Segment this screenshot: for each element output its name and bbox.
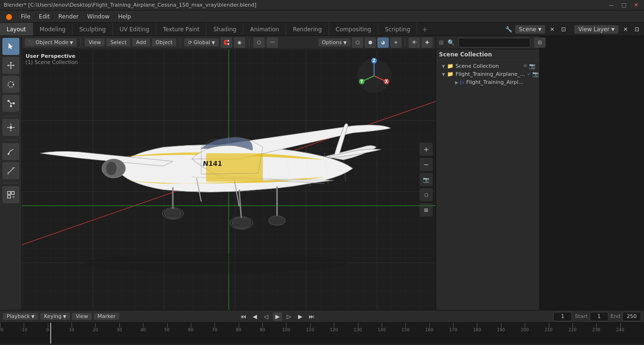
viewport-canvas[interactable]: N141 User Perspective (1) Scene Collecti… <box>22 49 436 310</box>
menu-file[interactable]: File <box>17 12 34 21</box>
outliner-search-input[interactable] <box>458 38 530 47</box>
maximize-button[interactable]: □ <box>619 2 628 8</box>
menu-render[interactable]: Render <box>54 12 82 21</box>
start-frame-field[interactable]: 1 <box>590 312 608 321</box>
menu-edit[interactable]: Edit <box>35 12 54 21</box>
view-layer-add-button[interactable]: ✕ <box>621 25 630 34</box>
end-frame-field[interactable]: 250 <box>622 312 641 321</box>
ruler-tick <box>382 323 382 327</box>
viewport-shading-solid[interactable]: ⬢ <box>365 37 376 48</box>
outliner-flight-collection[interactable]: ▼ 📁 Flight_Training_Airplane_... ✓ 📷 <box>438 70 537 78</box>
viewport-gizmo[interactable]: ✚ <box>421 37 433 48</box>
view-menu-button[interactable]: View <box>85 38 105 46</box>
jump-start-button[interactable]: ⏮ <box>239 312 248 321</box>
scale-tool[interactable] <box>2 95 19 112</box>
svg-point-19 <box>8 153 9 155</box>
tab-uv-editing[interactable]: UV Editing <box>113 23 156 36</box>
outliner-aircraft-object[interactable]: ▶ ▷ Flight_Training_Airpl... <box>438 78 537 86</box>
object-mode-button[interactable]: ⬛ Object Mode ▼ <box>25 38 77 46</box>
tab-scripting[interactable]: Scripting <box>378 23 417 36</box>
play-button[interactable]: ▶ <box>273 312 282 321</box>
toggle-local-view[interactable]: ⊞ <box>420 203 433 217</box>
jump-end-button[interactable]: ⏭ <box>307 312 316 321</box>
axis-gizmo[interactable]: Z X Y <box>355 57 393 95</box>
zoom-in-button[interactable]: + <box>420 143 433 156</box>
view-layer-selector[interactable]: View Layer ▼ <box>574 25 618 34</box>
current-frame-field[interactable]: 1 <box>553 312 572 321</box>
end-label: End <box>610 313 620 319</box>
tab-sculpting[interactable]: Sculpting <box>72 23 113 36</box>
playback-label: Playback <box>7 313 30 319</box>
viewport-shading-wire[interactable]: ⬡ <box>352 37 363 48</box>
tab-layout[interactable]: Layout <box>0 23 33 36</box>
playhead <box>50 323 51 344</box>
select-menu-button[interactable]: Select <box>107 38 130 46</box>
playback-button[interactable]: Playback ▼ <box>3 313 38 320</box>
transform-tool[interactable] <box>2 119 19 136</box>
scene-add-button[interactable]: ✕ <box>548 25 556 34</box>
viewport-shading-mat[interactable]: ◕ <box>377 37 389 48</box>
marker-label: Marker <box>98 313 116 319</box>
outliner-scene-collection[interactable]: ▼ 📁 Scene Collection 👁 📷 <box>438 62 537 70</box>
local-view-toggle[interactable]: ⬡ <box>253 37 265 48</box>
marker-button[interactable]: Marker <box>94 313 119 320</box>
right-panels: ⊞ 🔍 ⊟ Scene Collection ▼ 📁 Scene Collect… <box>436 36 644 310</box>
object-menu-button[interactable]: Object <box>152 38 177 46</box>
tab-texture-paint[interactable]: Texture Paint <box>156 23 206 36</box>
blender-logo[interactable]: ● <box>2 12 16 21</box>
view-label: View <box>89 39 101 45</box>
prev-keyframe-button[interactable]: ◁ <box>261 312 271 321</box>
annotate-tool[interactable] <box>2 143 19 160</box>
toggle-perspective-button[interactable]: ⬡ <box>420 188 433 201</box>
move-tool[interactable] <box>2 57 19 74</box>
outliner-filter-btn[interactable]: ⊟ <box>534 37 546 48</box>
timeline-ruler[interactable]: -20-100102030405060708090100110120130140… <box>0 323 644 344</box>
tab-animation[interactable]: Animation <box>243 23 286 36</box>
timeline-area: Playback ▼ Keying ▼ View Marker ⏮ ◀ ◁ ▶ … <box>0 310 644 343</box>
scene-selector[interactable]: Scene ▼ <box>515 25 546 34</box>
flight-render-icon[interactable]: 📷 <box>532 71 539 77</box>
add-menu-button[interactable]: Add <box>132 38 150 46</box>
scene-settings-button[interactable]: ⊡ <box>559 25 568 34</box>
render-icon[interactable]: 📷 <box>529 63 536 69</box>
minimize-button[interactable]: — <box>607 2 616 8</box>
view-button[interactable]: View <box>72 313 92 320</box>
measure-tool[interactable] <box>2 162 19 179</box>
view-layer-dropdown-arrow: ▼ <box>611 27 615 32</box>
keying-button[interactable]: Keying ▼ <box>40 313 70 320</box>
viewport-shading-render[interactable]: ☀ <box>390 37 402 48</box>
menu-window[interactable]: Window <box>83 12 113 21</box>
options-button[interactable]: Options ▼ <box>318 38 350 46</box>
add-workspace-button[interactable]: + <box>417 24 432 35</box>
proportional-editing[interactable]: ◉ <box>234 37 245 48</box>
menu-help[interactable]: Help <box>114 12 134 21</box>
tab-modeling[interactable]: Modeling <box>33 23 73 36</box>
visibility-icon[interactable]: 👁 <box>523 63 528 69</box>
flight-visibility-icon[interactable]: ✓ <box>527 71 531 77</box>
camera-view-button[interactable]: 📷 <box>420 173 433 186</box>
snap-toggle[interactable]: 🧲 <box>221 37 232 48</box>
view-layer-settings-button[interactable]: ⊡ <box>633 25 641 34</box>
add-tool[interactable]: + <box>2 186 19 203</box>
cursor-tool[interactable] <box>2 38 19 55</box>
viewport-overlay[interactable]: 👁 <box>409 37 420 48</box>
svg-rect-11 <box>13 102 15 104</box>
next-keyframe-button[interactable]: ▷ <box>284 312 294 321</box>
ruler-tick <box>191 323 191 327</box>
outliner-content: ▼ 📁 Scene Collection 👁 📷 ▼ 📁 Flight_Trai… <box>436 60 539 310</box>
zoom-out-button[interactable]: − <box>420 158 433 171</box>
flight-expand-icon: ▼ <box>442 72 445 77</box>
transform-space-button[interactable]: ⟳ Global ▼ <box>184 38 218 46</box>
options-label: Options <box>322 39 342 45</box>
tab-compositing[interactable]: Compositing <box>329 23 378 36</box>
next-frame-button[interactable]: ▶ <box>295 312 305 321</box>
prev-frame-button[interactable]: ◀ <box>250 312 259 321</box>
svg-rect-13 <box>8 100 9 102</box>
tab-rendering[interactable]: Rendering <box>286 23 329 36</box>
ruler-tick <box>143 323 143 327</box>
close-button[interactable]: ✕ <box>632 2 640 8</box>
rotate-tool[interactable] <box>2 76 19 93</box>
perspective-label: User Perspective <box>26 53 78 59</box>
grease-pencil-toggle[interactable]: 〰 <box>267 37 278 48</box>
tab-shading[interactable]: Shading <box>206 23 243 36</box>
